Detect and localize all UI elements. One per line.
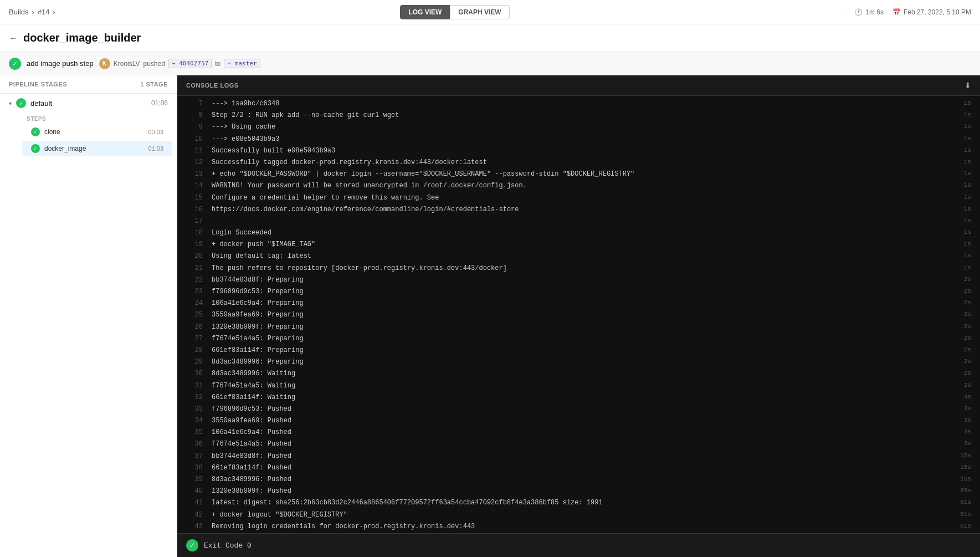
log-line: 261320e38b009f: Preparing2s xyxy=(177,321,980,333)
log-line: 343550aa9fea69: Pushed3s xyxy=(177,415,980,427)
line-number: 15 xyxy=(186,193,203,203)
line-content: 661ef83a114f: Waiting xyxy=(212,392,955,403)
back-arrow[interactable]: ← xyxy=(9,33,18,43)
line-content: f7674e51a4a5: Waiting xyxy=(212,381,955,391)
commit-hash[interactable]: → 40402757 xyxy=(168,59,212,68)
log-line: 308d3ac3489996: Waiting2s xyxy=(177,368,980,380)
line-content: f796896d9c53: Pushed xyxy=(212,404,955,415)
calendar-icon: 📅 xyxy=(892,8,901,16)
log-line: 41latest: digest: sha256:2b63cb83d2c2446… xyxy=(177,497,980,509)
line-content: Configure a credential helper to remove … xyxy=(212,193,955,203)
line-number: 13 xyxy=(186,169,203,180)
stage-time: 01:06 xyxy=(151,99,168,107)
line-number: 36 xyxy=(186,439,203,449)
view-toggle: LOG VIEW GRAPH VIEW xyxy=(400,5,509,19)
chevron-1: › xyxy=(32,8,34,16)
line-content: Using default tag: latest xyxy=(212,251,955,262)
line-time: 1s xyxy=(964,110,971,120)
log-line: 24106a41e6c9a4: Preparing2s xyxy=(177,298,980,309)
log-line: 15Configure a credential helper to remov… xyxy=(177,192,980,204)
exit-success-icon: ✓ xyxy=(186,539,198,551)
download-button[interactable]: ⬇ xyxy=(964,81,971,90)
line-time: 1s xyxy=(964,216,971,226)
build-id-link[interactable]: #14 xyxy=(38,8,50,16)
line-number: 27 xyxy=(186,334,203,344)
line-time: 15s xyxy=(960,463,971,473)
line-number: 43 xyxy=(186,522,203,532)
line-time: 1s xyxy=(964,122,971,132)
line-number: 11 xyxy=(186,146,203,156)
line-time: 15s xyxy=(960,451,971,461)
build-meta: 🕐 1m 6s 📅 Feb 27, 2022, 5:10 PM xyxy=(854,8,971,16)
status-success-icon: ✓ xyxy=(9,58,21,70)
log-line: 31f7674e51a4a5: Waiting2s xyxy=(177,380,980,392)
line-content: Successfully built e08e5043b9a3 xyxy=(212,146,955,156)
log-line: 28661ef83a114f: Preparing2s xyxy=(177,345,980,356)
commit-meta: K KronisLV pushed → 40402757 to ⑂ master xyxy=(99,58,260,69)
step-docker-image[interactable]: ✓ docker_image 01:03 xyxy=(22,141,172,156)
line-content: 106a41e6c9a4: Pushed xyxy=(212,427,955,438)
line-content: WARNING! Your password will be stored un… xyxy=(212,181,955,191)
pipeline-stages-label: PIPELINE STAGES xyxy=(9,81,67,88)
step-name-docker: docker_image xyxy=(44,145,143,152)
step-time-clone: 00:03 xyxy=(148,129,163,135)
clock-icon: 🕐 xyxy=(854,8,863,16)
line-number: 28 xyxy=(186,345,203,356)
line-content: 3550aa9fea69: Pushed xyxy=(212,416,955,426)
line-number: 32 xyxy=(186,392,203,403)
line-content: bb3744e83d8f: Pushed xyxy=(212,451,951,462)
line-number: 37 xyxy=(186,451,203,462)
stage-name: default xyxy=(30,99,147,108)
steps-section: STEPS ✓ clone 00:03 ✓ docker_image 01:03 xyxy=(0,113,177,156)
line-time: 2s xyxy=(964,322,971,332)
line-content: 8d3ac3489996: Waiting xyxy=(212,369,955,379)
log-line: 10 ---> e08e5043b9a31s xyxy=(177,134,980,145)
log-line: 11Successfully built e08e5043b9a31s xyxy=(177,145,980,157)
commit-banner: ✓ add image push step K KronisLV pushed … xyxy=(0,52,980,75)
log-line: 36f7674e51a4a5: Pushed3s xyxy=(177,438,980,450)
line-content: ---> Using cache xyxy=(212,122,955,132)
commit-message: add image push step xyxy=(27,59,94,68)
sidebar-header: PIPELINE STAGES 1 stage xyxy=(0,75,177,94)
line-number: 18 xyxy=(186,228,203,238)
line-number: 24 xyxy=(186,298,203,309)
builds-link[interactable]: Builds xyxy=(9,8,28,16)
line-number: 16 xyxy=(186,205,203,215)
line-content: 661ef83a114f: Preparing xyxy=(212,345,955,356)
line-content: 106a41e6c9a4: Preparing xyxy=(212,298,955,309)
line-time: 2s xyxy=(964,287,971,297)
line-time: 1s xyxy=(964,205,971,214)
line-number: 41 xyxy=(186,498,203,508)
line-time: 1s xyxy=(964,181,971,191)
line-content: 8d3ac3489996: Preparing xyxy=(212,357,955,367)
line-time: 2s xyxy=(964,334,971,344)
line-time: 4s xyxy=(964,392,971,402)
line-time: 1s xyxy=(964,193,971,203)
console-body[interactable]: 7 ---> 1sa9bc/c63481s8Step 2/2 : RUN apk… xyxy=(177,96,980,533)
line-content: Removing login credentials for docker-pr… xyxy=(212,522,951,532)
line-number: 34 xyxy=(186,416,203,426)
log-line: 253550aa9fea69: Preparing2s xyxy=(177,309,980,321)
line-content: Successfully tagged docker-prod.registry… xyxy=(212,157,955,168)
top-nav: Builds › #14 › LOG VIEW GRAPH VIEW 🕐 1m … xyxy=(0,0,980,24)
main-layout: PIPELINE STAGES 1 stage ▾ ✓ default 01:0… xyxy=(0,75,980,557)
log-line: 22bb3744e83d8f: Preparing2s xyxy=(177,274,980,286)
step-clone[interactable]: ✓ clone 00:03 xyxy=(22,124,172,140)
log-line: 35106a41e6c9a4: Pushed3s xyxy=(177,427,980,438)
build-header: ← docker_image_builder xyxy=(0,24,980,52)
exit-code-text: Exit Code 0 xyxy=(204,541,252,550)
log-line: 37bb3744e83d8f: Pushed15s xyxy=(177,451,980,462)
duration-value: 1m 6s xyxy=(865,8,884,16)
line-time: 1s xyxy=(964,263,971,273)
stage-default[interactable]: ▾ ✓ default 01:06 xyxy=(0,94,177,113)
to-text: to xyxy=(215,60,220,68)
line-time: 3s xyxy=(964,404,971,414)
log-line: 171s xyxy=(177,216,980,227)
log-line: 9 ---> Using cache1s xyxy=(177,121,980,133)
line-time: 1s xyxy=(964,239,971,249)
log-view-button[interactable]: LOG VIEW xyxy=(400,5,450,19)
branch-name[interactable]: ⑂ master xyxy=(224,59,260,68)
console-footer: ✓ Exit Code 0 xyxy=(177,533,980,557)
graph-view-button[interactable]: GRAPH VIEW xyxy=(450,5,509,19)
line-time: 2s xyxy=(964,310,971,320)
